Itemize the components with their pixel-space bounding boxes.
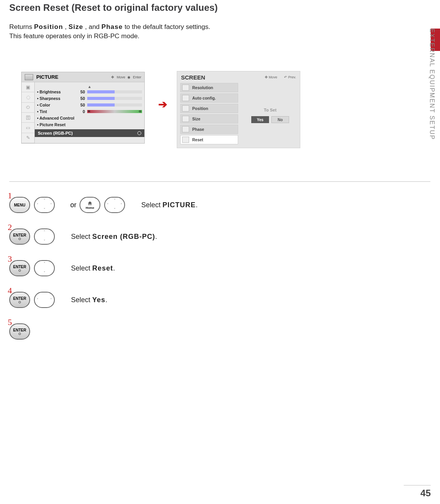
page-subtitle-1: Returns Position , Size , and Phase to t… bbox=[9, 22, 210, 32]
osd-screen-panel: SCREEN ✥ Move ↶ Prev. Resolution Auto co… bbox=[177, 71, 300, 148]
enter-dot-icon bbox=[19, 301, 21, 303]
picture-panel-category-icons: ▣ ◌ ⏲ ⚿ ▭ ✎ bbox=[22, 82, 35, 143]
enter-dot-icon bbox=[19, 238, 21, 240]
screen-item-autoconfig[interactable]: Auto config. bbox=[180, 93, 238, 103]
enter-indicator-icon bbox=[137, 131, 141, 135]
picture-item-screen-rgbpc-selected[interactable]: Screen (RGB-PC) bbox=[35, 129, 144, 137]
item-label: Position bbox=[192, 106, 208, 111]
sub-word-phase: Phase bbox=[102, 23, 123, 30]
menu-label: MENU bbox=[14, 203, 25, 207]
txt-pre: Select bbox=[71, 233, 92, 240]
screen-panel-title: SCREEN bbox=[181, 74, 265, 81]
step-5: 5 ENTER bbox=[9, 320, 425, 343]
picture-item-color[interactable]: • Color 50 bbox=[37, 101, 142, 108]
item-bar bbox=[87, 97, 142, 100]
item-icon bbox=[182, 95, 189, 101]
home-label: Home bbox=[86, 206, 94, 210]
step-number: 4 bbox=[8, 286, 12, 296]
screen-item-size[interactable]: Size bbox=[180, 114, 238, 123]
enter-dot-icon bbox=[19, 269, 21, 272]
remote-menu-button[interactable]: MENU bbox=[9, 197, 30, 213]
page-subtitle-2: This feature operates only in RGB-PC mod… bbox=[9, 32, 139, 40]
scroll-up-icon: ▲ bbox=[37, 85, 142, 88]
screen-panel-header: SCREEN ✥ Move ↶ Prev. bbox=[177, 71, 300, 83]
cat-icon: ✎ bbox=[22, 133, 34, 143]
item-icon bbox=[182, 116, 189, 122]
section-divider bbox=[9, 181, 430, 182]
hint-enter: Enter bbox=[133, 75, 141, 79]
item-label: • Tint bbox=[37, 109, 76, 114]
confirm-no-button[interactable]: No bbox=[271, 116, 289, 123]
screen-item-reset-selected[interactable]: Reset bbox=[180, 135, 238, 144]
step-3: 3 ENTER ˄˅˂˃ Select Reset. bbox=[9, 256, 425, 280]
page-number: 45 bbox=[420, 488, 431, 499]
remote-enter-button[interactable]: ENTER bbox=[9, 228, 30, 245]
dpad-icon: ✥ bbox=[111, 75, 114, 79]
remote-navpad-leftright[interactable]: ˄˅˂˃ bbox=[34, 292, 55, 308]
item-value: 50 bbox=[76, 96, 85, 101]
screen-item-phase[interactable]: Phase bbox=[180, 125, 238, 134]
item-bar-tint: R G bbox=[87, 110, 142, 113]
remote-enter-button[interactable]: ENTER bbox=[9, 292, 30, 308]
enter-label: ENTER bbox=[13, 328, 26, 332]
item-bar bbox=[87, 90, 142, 93]
sub-pre: Returns bbox=[9, 23, 34, 30]
screen-item-position[interactable]: Position bbox=[180, 104, 238, 113]
item-label: • Sharpness bbox=[37, 96, 76, 101]
picture-item-tint[interactable]: • Tint 0 R G bbox=[37, 108, 142, 115]
item-label: Auto config. bbox=[192, 96, 216, 100]
sub-word-size: Size bbox=[69, 23, 83, 30]
txt-bold: Screen (RGB-PC) bbox=[92, 233, 155, 240]
txt-pre: Select bbox=[71, 264, 92, 272]
cat-icon: ⚿ bbox=[22, 113, 34, 123]
item-bar bbox=[87, 103, 142, 107]
remote-navpad-updown[interactable]: ˄˅˂˃ bbox=[34, 260, 55, 276]
hint-group: ↶ Prev. bbox=[284, 75, 296, 79]
picture-item-brightness[interactable]: • Brightness 50 bbox=[37, 88, 142, 95]
hint-prev: Prev. bbox=[288, 75, 296, 79]
screen-item-resolution[interactable]: Resolution bbox=[180, 83, 238, 92]
item-icon bbox=[182, 85, 189, 91]
cat-icon: ⏲ bbox=[22, 103, 34, 113]
selected-label: Screen (RGB-PC) bbox=[38, 131, 73, 135]
enter-dot-icon bbox=[19, 333, 21, 335]
sub-sep2: , and bbox=[85, 23, 102, 30]
remote-navpad-updown[interactable]: ˄˅˂˃ bbox=[34, 228, 55, 245]
cat-icon: ▣ bbox=[22, 82, 34, 92]
item-label: Phase bbox=[192, 127, 204, 132]
txt-post: . bbox=[155, 233, 157, 240]
item-label: • Advanced Control bbox=[37, 116, 76, 120]
picture-panel-header: PICTURE ✥ Move ◉ Enter bbox=[22, 72, 144, 82]
picture-item-advanced-control[interactable]: • Advanced Control bbox=[37, 115, 142, 121]
step-text: Select Screen (RGB-PC). bbox=[71, 233, 157, 241]
picture-item-sharpness[interactable]: • Sharpness 50 bbox=[37, 95, 142, 101]
txt-post: . bbox=[105, 296, 107, 304]
txt-bold: PICTURE bbox=[162, 201, 196, 209]
remote-enter-button[interactable]: ENTER bbox=[9, 260, 30, 276]
page-title: Screen Reset (Reset to original factory … bbox=[9, 2, 218, 13]
step-text: Select Yes. bbox=[71, 296, 107, 304]
step-2: 2 ENTER ˄˅˂˃ Select Screen (RGB-PC). bbox=[9, 225, 425, 249]
enter-label: ENTER bbox=[13, 233, 26, 237]
item-value: 50 bbox=[76, 90, 85, 94]
remote-navpad-4way[interactable]: ˄˅˂˃ bbox=[104, 197, 125, 213]
item-label: Size bbox=[192, 117, 200, 121]
enter-dot-icon: ◉ bbox=[127, 75, 130, 79]
picture-panel-hints: ✥ Move ◉ Enter bbox=[111, 75, 141, 79]
txt-bold: Yes bbox=[92, 296, 105, 304]
picture-item-picture-reset[interactable]: • Picture Reset bbox=[37, 121, 142, 128]
item-value: 0 bbox=[76, 109, 85, 114]
confirm-yes-button[interactable]: Yes bbox=[251, 116, 269, 123]
hint-move: Move bbox=[269, 75, 277, 79]
remote-enter-button[interactable]: ENTER bbox=[9, 323, 30, 340]
tint-r-label: R bbox=[88, 110, 90, 113]
step-4: 4 ENTER ˄˅˂˃ Select Yes. bbox=[9, 288, 425, 312]
step-number: 2 bbox=[8, 222, 12, 232]
arrow-right-icon: ➔ bbox=[158, 98, 167, 111]
tv-icon bbox=[25, 74, 33, 80]
hint-group: ✥ Move bbox=[265, 75, 278, 79]
remote-home-button[interactable]: Home bbox=[80, 197, 100, 213]
step-text: Select Reset. bbox=[71, 264, 115, 272]
remote-navpad-4way[interactable]: ˄˅˂˃ bbox=[34, 197, 55, 213]
item-value: 50 bbox=[76, 103, 85, 107]
